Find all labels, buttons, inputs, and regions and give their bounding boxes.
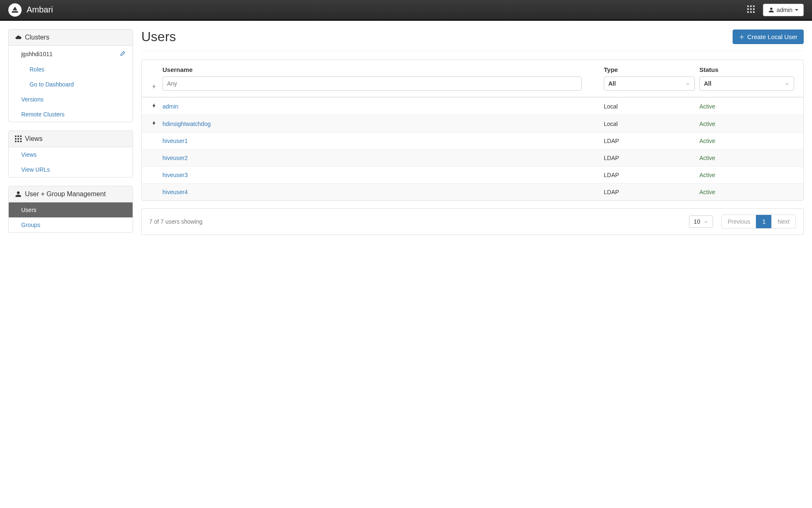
sidebar-item-label: Users xyxy=(21,207,37,213)
sidebar-item-label: View URLs xyxy=(21,166,50,173)
sidebar-item-view-urls[interactable]: View URLs xyxy=(9,162,133,177)
user-icon xyxy=(768,7,774,13)
sidebar-heading-clusters-label: Clusters xyxy=(25,34,49,41)
table-row: hiveuser4LDAPActive xyxy=(142,183,803,200)
sidebar-item-label: Views xyxy=(21,151,37,158)
status-cell: Active xyxy=(699,189,799,195)
svg-rect-17 xyxy=(20,141,22,142)
cluster-name-label: jgshhdi1011 xyxy=(21,51,53,57)
user-link[interactable]: hdinsightwatchdog xyxy=(162,121,211,127)
bolt-icon xyxy=(151,103,157,110)
svg-rect-6 xyxy=(747,11,749,13)
svg-rect-8 xyxy=(753,11,755,13)
svg-rect-13 xyxy=(17,138,19,140)
table-row: hiveuser2LDAPActive xyxy=(142,149,803,166)
user-link[interactable]: admin xyxy=(162,103,178,110)
admin-indicator-cell xyxy=(146,120,162,127)
sidebar-panel-clusters: Clusters jgshhdi1011 Roles Go to Dashboa… xyxy=(8,29,133,122)
sidebar-item-remote-clusters[interactable]: Remote Clusters xyxy=(9,107,133,122)
cloud-icon xyxy=(15,34,22,41)
filter-username-input[interactable] xyxy=(162,76,582,91)
admin-column-header xyxy=(146,84,162,91)
status-cell: Active xyxy=(699,155,799,161)
svg-rect-2 xyxy=(753,5,755,7)
type-cell: LDAP xyxy=(604,155,699,161)
page-size-value: 10 xyxy=(694,218,700,225)
page-title: Users xyxy=(141,29,176,44)
pagination-previous[interactable]: Previous xyxy=(722,215,756,228)
sidebar-item-clustername[interactable]: jgshhdi1011 xyxy=(9,46,133,62)
svg-rect-14 xyxy=(20,138,22,140)
filter-status-select[interactable]: All xyxy=(699,76,794,91)
type-cell: Local xyxy=(604,103,699,110)
status-cell: Active xyxy=(699,121,799,127)
create-local-user-button[interactable]: Create Local User xyxy=(733,30,804,44)
filter-type-value: All xyxy=(608,80,616,87)
sidebar-item-versions[interactable]: Versions xyxy=(9,92,133,107)
sidebar-panel-views: Views Views View URLs xyxy=(8,131,133,178)
user-menu-label: admin xyxy=(777,7,792,13)
pagination-next[interactable]: Next xyxy=(771,215,795,228)
sidebar-item-users[interactable]: Users xyxy=(9,202,133,217)
table-header-row: Username Type All Status All xyxy=(142,60,803,97)
type-cell: LDAP xyxy=(604,172,699,178)
chevron-down-icon xyxy=(785,81,790,86)
admin-indicator-cell xyxy=(146,103,162,110)
sidebar-item-groups[interactable]: Groups xyxy=(9,217,133,232)
user-menu-button[interactable]: admin xyxy=(763,4,804,16)
th-username: Username xyxy=(162,66,604,73)
filter-type-select[interactable]: All xyxy=(604,76,695,91)
table-row: hiveuser3LDAPActive xyxy=(142,166,803,183)
svg-rect-12 xyxy=(15,138,17,140)
user-link[interactable]: hiveuser1 xyxy=(162,138,188,144)
bolt-icon xyxy=(151,84,157,91)
user-icon xyxy=(15,191,22,197)
pagination: Previous 1 Next xyxy=(721,215,796,229)
sidebar-heading-views: Views xyxy=(9,131,133,147)
user-link[interactable]: hiveuser4 xyxy=(162,189,188,195)
svg-rect-4 xyxy=(750,8,752,10)
status-cell: Active xyxy=(699,103,799,110)
caret-down-icon xyxy=(795,9,798,11)
svg-rect-16 xyxy=(17,141,19,142)
bolt-icon xyxy=(151,120,157,127)
table-footer: 7 of 7 users showing 10 Previous 1 Next xyxy=(141,208,804,235)
apps-grid-icon[interactable] xyxy=(745,3,757,17)
user-link[interactable]: hiveuser3 xyxy=(162,172,188,178)
footer-status-text: 7 of 7 users showing xyxy=(149,218,689,225)
create-local-user-label: Create Local User xyxy=(747,33,797,40)
svg-rect-3 xyxy=(747,8,749,10)
sidebar-item-label: Remote Clusters xyxy=(21,111,64,118)
table-row: hiveuser1LDAPActive xyxy=(142,132,803,149)
svg-rect-7 xyxy=(750,11,752,13)
sidebar-item-label: Versions xyxy=(21,96,44,103)
svg-rect-0 xyxy=(747,5,749,7)
sidebar-item-roles[interactable]: Roles xyxy=(9,62,133,77)
svg-rect-10 xyxy=(17,136,19,137)
table-row: adminLocalActive xyxy=(142,97,803,115)
ambari-logo[interactable] xyxy=(8,3,22,17)
chevron-down-icon xyxy=(704,219,709,224)
page-size-select[interactable]: 10 xyxy=(689,215,713,228)
sidebar-heading-usermgmt-label: User + Group Management xyxy=(25,190,106,198)
sidebar-heading-clusters: Clusters xyxy=(9,30,133,46)
edit-icon[interactable] xyxy=(120,50,126,58)
type-cell: LDAP xyxy=(604,189,699,195)
type-cell: Local xyxy=(604,121,699,127)
sidebar-item-views[interactable]: Views xyxy=(9,147,133,162)
th-status: Status xyxy=(699,66,799,73)
svg-rect-1 xyxy=(750,5,752,7)
table-row: hdinsightwatchdogLocalActive xyxy=(142,115,803,132)
filter-status-value: All xyxy=(704,80,711,87)
navbar: Ambari admin xyxy=(0,0,812,21)
svg-rect-15 xyxy=(15,141,17,142)
th-type: Type xyxy=(604,66,699,73)
sidebar-item-dashboard[interactable]: Go to Dashboard xyxy=(9,77,133,92)
sidebar-heading-usermgmt: User + Group Management xyxy=(9,186,133,202)
svg-rect-9 xyxy=(15,136,17,137)
navbar-brand[interactable]: Ambari xyxy=(27,5,53,15)
pagination-page-1[interactable]: 1 xyxy=(756,215,771,228)
chevron-down-icon xyxy=(685,81,690,86)
user-link[interactable]: hiveuser2 xyxy=(162,155,188,161)
svg-rect-11 xyxy=(20,136,22,137)
